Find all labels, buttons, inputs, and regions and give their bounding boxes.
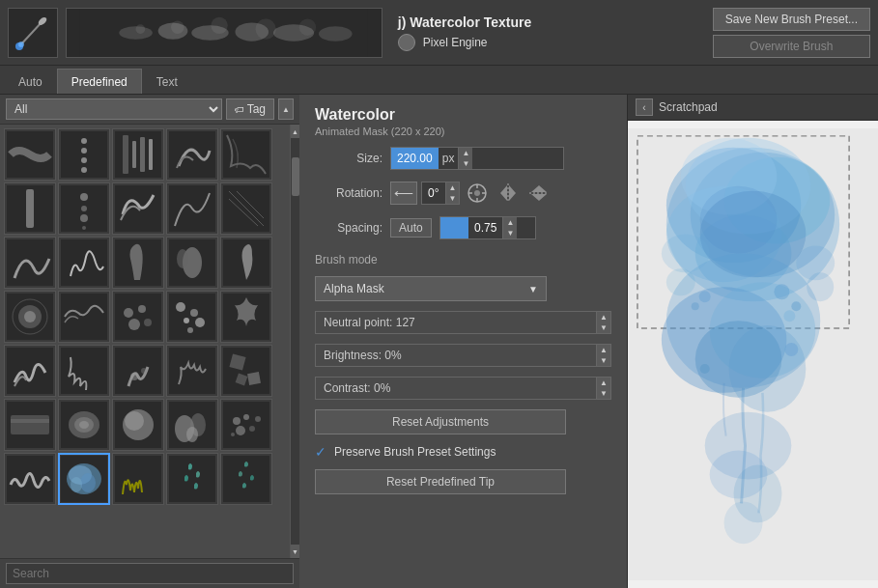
rotation-decrease-btn[interactable]: ▼ — [446, 193, 460, 204]
svg-point-60 — [184, 318, 189, 323]
alpha-mask-dropdown[interactable]: Alpha Mask ▼ — [315, 276, 547, 301]
brush-cell[interactable] — [112, 453, 164, 505]
brush-cell[interactable] — [4, 182, 56, 235]
scratchpad-collapse-button[interactable]: ‹ — [636, 98, 653, 116]
tab-predefined[interactable]: Predefined — [57, 69, 142, 94]
brush-grid-container[interactable] — [0, 125, 290, 558]
brush-settings-subtitle: Animated Mask (220 x 220) — [315, 126, 611, 137]
rotation-sync-icon[interactable] — [464, 180, 491, 207]
brush-cell[interactable] — [4, 128, 56, 181]
svg-point-119 — [700, 186, 778, 254]
brush-cell[interactable] — [166, 291, 218, 343]
svg-rect-52 — [115, 294, 161, 340]
brush-cell[interactable] — [166, 182, 218, 235]
rotation-row: Rotation: ⟵ 0 ° ▲ ▼ — [315, 180, 611, 207]
brush-cell[interactable] — [58, 291, 110, 343]
brush-cell[interactable] — [166, 237, 218, 289]
brush-cell[interactable] — [58, 345, 110, 397]
brush-cell[interactable] — [112, 399, 164, 451]
scratchpad-canvas[interactable] — [628, 121, 878, 588]
brush-cell[interactable] — [4, 453, 56, 505]
brush-cell[interactable] — [112, 345, 164, 397]
svg-point-19 — [81, 138, 87, 144]
brush-cell[interactable] — [220, 399, 272, 451]
spacing-increase-btn[interactable]: ▲ — [503, 217, 517, 228]
vertical-scrollbar[interactable]: ▲ ▼ — [290, 125, 299, 558]
rotation-left-btn[interactable]: ⟵ — [390, 182, 417, 205]
neutral-increase-btn[interactable]: ▲ — [597, 312, 610, 322]
svg-point-128 — [699, 291, 711, 302]
contrast-decrease-btn[interactable]: ▼ — [597, 388, 610, 399]
svg-point-83 — [125, 411, 144, 431]
svg-rect-65 — [61, 348, 107, 394]
tab-auto[interactable]: Auto — [4, 69, 57, 94]
brush-cell[interactable] — [112, 128, 164, 181]
size-decrease-btn[interactable]: ▼ — [459, 158, 472, 169]
brush-cell[interactable] — [4, 345, 56, 397]
svg-point-4 — [18, 42, 24, 47]
brush-cell[interactable] — [220, 237, 272, 289]
reset-adjustments-button[interactable]: Reset Adjustments — [315, 409, 566, 434]
tab-text[interactable]: Text — [142, 69, 192, 94]
pixel-engine-toggle[interactable] — [398, 34, 415, 51]
dropdown-arrow-icon: ▼ — [528, 284, 538, 294]
scroll-up-arrow[interactable]: ▲ — [291, 125, 300, 138]
overwrite-button[interactable]: Overwrite Brush — [713, 35, 870, 58]
save-new-button[interactable]: Save New Brush Preset... — [713, 8, 870, 31]
svg-point-14 — [211, 16, 227, 33]
header: j) Watercolor Texture Pixel Engine Save … — [0, 0, 878, 66]
brush-cell[interactable] — [220, 453, 272, 505]
tag-button[interactable]: 🏷 Tag — [226, 98, 274, 120]
svg-point-127 — [783, 310, 795, 322]
neutral-decrease-btn[interactable]: ▼ — [597, 322, 610, 333]
brush-cell[interactable] — [166, 399, 218, 451]
spacing-input-group[interactable]: 0.75 ▲ ▼ — [439, 216, 536, 239]
search-input[interactable] — [6, 563, 294, 584]
rotation-input-group[interactable]: 0 ° ▲ ▼ — [421, 182, 460, 205]
rotation-flip-v-icon[interactable] — [525, 180, 552, 207]
spacing-decrease-btn[interactable]: ▼ — [503, 228, 517, 238]
brightness-label[interactable]: Brightness: 0% — [315, 344, 597, 367]
brush-cell[interactable] — [4, 291, 56, 343]
brightness-increase-btn[interactable]: ▲ — [597, 345, 610, 355]
brush-cell[interactable] — [58, 399, 110, 451]
tab-bar: Auto Predefined Text — [0, 66, 878, 95]
brush-cell[interactable] — [166, 345, 218, 397]
scroll-down-arrow[interactable]: ▼ — [291, 545, 300, 558]
brush-cell[interactable] — [220, 128, 272, 181]
neutral-point-label[interactable]: Neutral point: 127 — [315, 311, 597, 334]
contrast-increase-btn[interactable]: ▲ — [597, 378, 610, 388]
left-panel: All 🏷 Tag ▲ — [0, 95, 299, 588]
svg-point-35 — [80, 214, 88, 222]
brush-cell[interactable] — [58, 182, 110, 235]
spacing-fill — [440, 217, 468, 238]
brush-cell[interactable] — [166, 128, 218, 181]
brush-cell[interactable] — [112, 237, 164, 289]
scroll-up-btn[interactable]: ▲ — [278, 98, 294, 120]
brush-cell[interactable] — [4, 237, 56, 289]
size-value[interactable]: 220.00 — [391, 148, 439, 169]
scrollbar-thumb[interactable] — [292, 157, 299, 196]
brush-cell-selected[interactable] — [58, 453, 110, 505]
brush-cell[interactable] — [166, 453, 218, 505]
filter-select[interactable]: All — [6, 98, 222, 120]
brush-cell[interactable] — [112, 291, 164, 343]
brush-cell[interactable] — [58, 128, 110, 181]
svg-point-68 — [141, 368, 147, 374]
size-input-group[interactable]: 220.00 px ▲ ▼ — [390, 147, 564, 170]
brush-cell[interactable] — [220, 291, 272, 343]
brush-cell[interactable] — [220, 182, 272, 235]
brightness-decrease-btn[interactable]: ▼ — [597, 355, 610, 366]
preserve-checkbox-mark[interactable]: ✓ — [315, 444, 326, 460]
reset-tip-button[interactable]: Reset Predefined Tip — [315, 469, 566, 494]
neutral-point-spinners: ▲ ▼ — [597, 311, 611, 334]
rotation-flip-h-icon[interactable] — [495, 180, 522, 207]
brush-cell[interactable] — [58, 237, 110, 289]
brush-cell[interactable] — [112, 182, 164, 235]
rotation-increase-btn[interactable]: ▲ — [446, 182, 460, 193]
brush-cell[interactable] — [4, 399, 56, 451]
svg-point-87 — [186, 427, 198, 442]
size-increase-btn[interactable]: ▲ — [459, 148, 472, 158]
brush-cell[interactable] — [220, 345, 272, 397]
contrast-label[interactable]: Contrast: 0% — [315, 377, 597, 400]
